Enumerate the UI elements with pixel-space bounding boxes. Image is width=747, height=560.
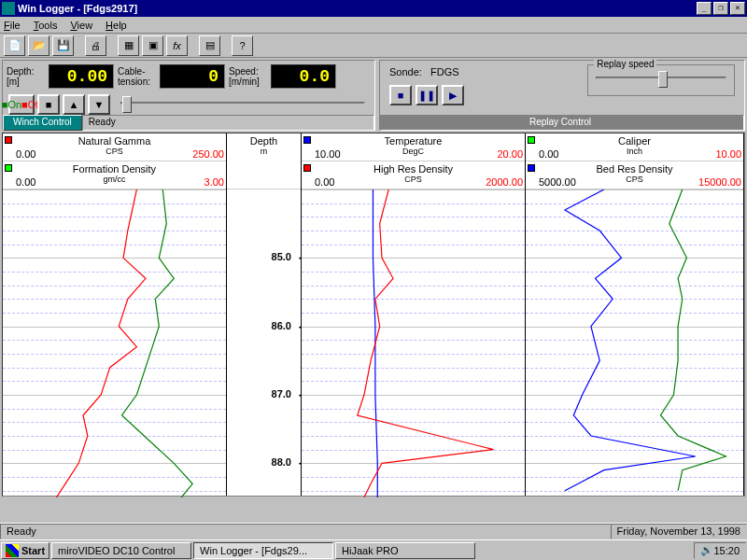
taskbar-item-2[interactable]: HiJaak PRO xyxy=(335,542,475,559)
swatch-high-res-density xyxy=(303,164,311,172)
window-title: Win Logger - [Fdgs2917] xyxy=(18,3,695,14)
taskbar-item-1[interactable]: Win Logger - [Fdgs29... xyxy=(193,542,333,559)
depth-label: Depth:[m] xyxy=(7,66,49,87)
status-date: Friday, November 13, 1998 xyxy=(611,524,747,539)
maximize-button[interactable]: ❐ xyxy=(713,2,728,15)
swatch-formation-density xyxy=(5,164,12,172)
winch-panel: Depth:[m] 0.00 Cable-tension: 0 Speed:[m… xyxy=(2,60,375,131)
minimize-button[interactable]: _ xyxy=(697,2,712,15)
cascade-button[interactable]: ▦ xyxy=(118,35,139,56)
open-button[interactable]: 📂 xyxy=(28,35,49,56)
close-button[interactable]: × xyxy=(730,2,745,15)
depth-lcd: 0.00 xyxy=(49,64,114,89)
log-area: Natural Gamma CPS 0.00 250.00 Formation … xyxy=(2,133,745,497)
depth-value: 88.0 xyxy=(272,456,291,468)
depth-value: 86.0 xyxy=(272,320,291,331)
track-1: Natural Gamma CPS 0.00 250.00 Formation … xyxy=(3,133,227,496)
tension-lcd: 0 xyxy=(160,64,225,89)
menu-file[interactable]: File xyxy=(4,20,21,31)
save-button[interactable]: 💾 xyxy=(52,35,74,56)
depth-track: Depth m 85.086.087.088.0 xyxy=(227,133,302,496)
depth-value: 85.0 xyxy=(272,251,291,262)
replay-speed-group: Replay speed xyxy=(587,64,735,96)
onoff-button[interactable]: ■On■Off xyxy=(8,94,35,115)
system-tray[interactable]: 🔊 15:20 xyxy=(694,542,746,559)
menu-bar: File Tools View Help xyxy=(0,17,747,34)
replay-control-tab[interactable]: Replay Control xyxy=(380,115,744,131)
new-button[interactable]: 📄 xyxy=(4,35,25,56)
winch-status: Ready xyxy=(82,115,374,131)
window-button[interactable]: ▣ xyxy=(142,35,163,56)
taskbar: Start miroVIDEO DC10 Control Win Logger … xyxy=(0,539,747,560)
fx-button[interactable]: fx xyxy=(166,35,188,56)
menu-help[interactable]: Help xyxy=(106,20,127,31)
sonde-label: Sonde: xyxy=(389,66,422,77)
title-bar: Win Logger - [Fdgs2917] _ ❐ × xyxy=(0,0,747,17)
menu-tools[interactable]: Tools xyxy=(34,20,58,31)
depth-value: 87.0 xyxy=(272,388,291,399)
track-2: Temperature DegC 10.00 20.00 High Res De… xyxy=(302,133,526,496)
replay-play-button[interactable]: ▶ xyxy=(442,85,464,105)
winch-slider[interactable] xyxy=(120,94,365,113)
replay-pause-button[interactable]: ❚❚ xyxy=(416,85,438,105)
replay-panel: Sonde: FDGS ■ ❚❚ ▶ Replay speed xyxy=(379,60,745,131)
toolbar: 📄 📂 💾 🖨 ▦ ▣ fx ▤ ? xyxy=(0,34,747,58)
status-bar: Ready Friday, November 13, 1998 xyxy=(0,523,747,539)
replay-stop-button[interactable]: ■ xyxy=(389,85,412,105)
help-button[interactable]: ? xyxy=(232,35,253,56)
winch-up-button[interactable]: ▲ xyxy=(63,94,85,115)
clock: 15:20 xyxy=(713,545,740,556)
table-button[interactable]: ▤ xyxy=(199,35,220,56)
swatch-natural-gamma xyxy=(5,136,12,144)
menu-view[interactable]: View xyxy=(70,20,92,31)
app-icon xyxy=(2,2,15,15)
taskbar-item-0[interactable]: miroVIDEO DC10 Control xyxy=(51,542,191,559)
track-3: Caliper Inch 0.00 10.00 Bed Res Density … xyxy=(526,133,744,496)
swatch-bed-res-density xyxy=(528,164,535,172)
status-ready: Ready xyxy=(0,524,611,539)
replay-speed-slider[interactable] xyxy=(596,69,726,88)
print-button[interactable]: 🖨 xyxy=(85,35,106,56)
swatch-temperature xyxy=(303,136,311,144)
winch-control-tab[interactable]: Winch Control xyxy=(3,115,82,131)
start-button[interactable]: Start xyxy=(1,542,49,559)
tension-label: Cable-tension: xyxy=(118,66,160,87)
swatch-caliper xyxy=(528,136,535,144)
winch-down-button[interactable]: ▼ xyxy=(88,94,110,115)
speed-label: Speed:[m/min] xyxy=(229,66,271,87)
replay-speed-legend: Replay speed xyxy=(594,59,656,69)
winch-stop-button[interactable]: ■ xyxy=(37,94,60,115)
speed-lcd: 0.0 xyxy=(271,64,336,89)
sonde-value: FDGS xyxy=(430,66,459,77)
